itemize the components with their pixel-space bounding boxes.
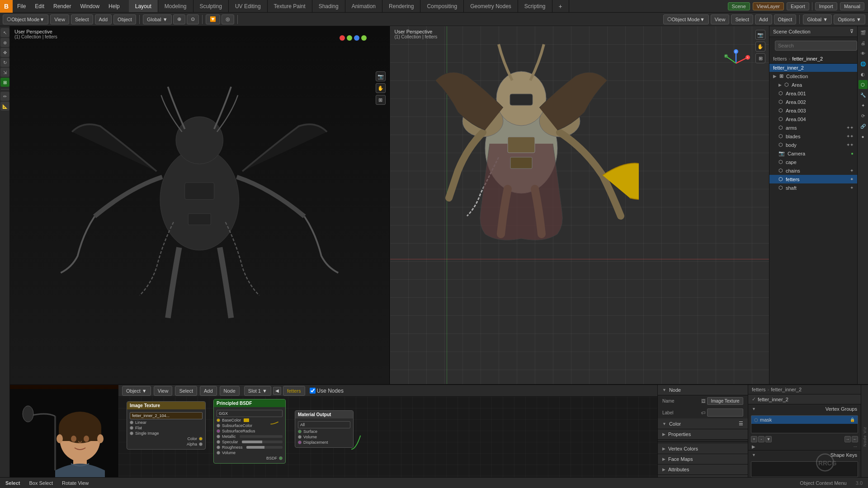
properties-section-header[interactable]: ▶ Properties (658, 429, 748, 440)
proportional-btn[interactable]: ◎ (222, 14, 234, 24)
view-btn-left[interactable]: View (50, 14, 69, 24)
node-slot-select[interactable]: Slot 1 ▼ (244, 386, 271, 396)
menu-render[interactable]: Render (49, 0, 75, 12)
tab-uv-editing[interactable]: UV Editing (229, 0, 268, 12)
sc-item-blades[interactable]: ⬡ blades ✦✦ (769, 132, 857, 141)
pbsdf-roughness-bar[interactable] (246, 446, 283, 449)
node-canvas[interactable]: Image Texture fetter_inner_2_104... Line… (118, 397, 657, 488)
color-section-menu[interactable]: ☰ (739, 421, 743, 427)
sc-item-area001[interactable]: ⬡ Area.001 (769, 89, 857, 98)
import-button[interactable]: ViewLayer (753, 2, 784, 10)
snap-btn[interactable]: 🔽 (206, 14, 220, 24)
status-box-select[interactable]: Box Select (29, 480, 53, 486)
global-btn-right[interactable]: Global ▼ (803, 14, 832, 24)
node-editor[interactable]: Object ▼ View Select Add Node Slot 1 ▼ ◀… (118, 385, 657, 488)
color-section-header[interactable]: ▼ Color ☰ (658, 418, 748, 429)
pivot-btn[interactable]: ⊙ (187, 14, 199, 24)
image-texture-node[interactable]: Image Texture fetter_inner_2_104... Line… (127, 401, 206, 450)
pbsdf-metallic-bar[interactable] (240, 435, 283, 438)
collection-icon-r[interactable]: ⊞ (755, 53, 765, 63)
node-label-value[interactable] (707, 408, 743, 417)
sc-item-area002[interactable]: ⬡ Area.002 (769, 98, 857, 106)
particles-props-icon[interactable]: ✦ (859, 101, 868, 110)
tab-animation[interactable]: Animation (345, 0, 382, 12)
object-btn-left[interactable]: Object (113, 14, 136, 24)
vg-more-btn[interactable]: ▼ (765, 436, 772, 442)
physics-props-icon[interactable]: ⟳ (859, 111, 868, 120)
add-btn-right[interactable]: Add (755, 14, 772, 24)
material-props-icon[interactable]: ● (859, 132, 868, 141)
object-btn-right[interactable]: Object (774, 14, 797, 24)
sc-item-area004[interactable]: ⬡ Area.004 (769, 115, 857, 123)
sc-item-area[interactable]: ▶ ⬡ Area (769, 80, 857, 89)
tab-texture-paint[interactable]: Texture Paint (268, 0, 312, 12)
vg-item-mask[interactable]: ⬡ mask 🔒 (751, 416, 858, 424)
mode-select-left[interactable]: ⬡ Object Mode ▼ (3, 14, 48, 24)
tab-add[interactable]: + (552, 0, 569, 12)
cursor-tool[interactable]: ⊕ (0, 38, 9, 47)
pbsdf-ggx[interactable]: GGX (217, 410, 283, 417)
pb-fetters[interactable]: fetters (752, 387, 766, 392)
mode-select-right[interactable]: ⬡ Object Mode ▼ (663, 14, 709, 24)
tab-scripting[interactable]: Scripting (518, 0, 552, 12)
sc-bread-fetters[interactable]: fetters (773, 56, 787, 61)
hand-icon-r[interactable]: ✋ (755, 42, 765, 52)
sc-filter-icon[interactable]: ⊽ (850, 28, 854, 34)
tab-shading[interactable]: Shading (312, 0, 345, 12)
sc-item-area003[interactable]: ⬡ Area.003 (769, 106, 857, 115)
status-rotate-view[interactable]: Rotate View (62, 480, 89, 486)
sc-search-input[interactable] (775, 41, 857, 51)
vertex-colors-section[interactable]: ▶ Vertex Colors (658, 444, 748, 454)
node-view-btn[interactable]: View (154, 386, 173, 396)
sc-item-fetters[interactable]: ⬡ fetters ✦ (769, 175, 857, 183)
options-btn[interactable]: Options ▼ (834, 14, 865, 24)
select-tool[interactable]: ↖ (0, 28, 9, 37)
attributes-section[interactable]: ▶ Attributes (658, 465, 748, 475)
use-nodes-checkbox[interactable] (310, 388, 316, 394)
right-viewport[interactable]: User Perspective (1) Collection | fetter… (390, 26, 769, 384)
view-props-icon[interactable]: 👁 (859, 49, 868, 58)
material-output-node[interactable]: Material Output All Surface V (295, 410, 354, 448)
render-props-icon[interactable]: 🎬 (859, 28, 868, 37)
select-btn-left[interactable]: Select (71, 14, 93, 24)
vg-remove-btn[interactable]: - (758, 436, 764, 442)
node-menu-btn[interactable]: Node (220, 386, 240, 396)
sc-item-shaft[interactable]: ⬡ shaft ✦ (769, 183, 857, 192)
scale-tool[interactable]: ⇲ (0, 68, 9, 77)
mat-out-all[interactable]: All (298, 421, 350, 428)
rotate-tool[interactable]: ↻ (0, 58, 9, 67)
camera-icon[interactable]: 📷 (376, 71, 386, 81)
sc-bread-inner[interactable]: fetter_inner_2 (792, 56, 823, 61)
viewport-gizmo[interactable]: Z X Y (722, 49, 751, 78)
tab-modeling[interactable]: Modeling (158, 0, 193, 12)
node-material-name[interactable]: fetters (283, 386, 305, 396)
tab-compositing[interactable]: Compositing (420, 0, 464, 12)
modifier-props-icon[interactable]: 🔧 (859, 90, 868, 99)
menu-edit[interactable]: Edit (30, 0, 49, 12)
tab-geometry-nodes[interactable]: Geometry Nodes (464, 0, 518, 12)
viewlayer-selector[interactable]: Manual (840, 2, 864, 10)
menu-help[interactable]: Help (104, 0, 124, 12)
sc-item-camera[interactable]: 📷 Camera ● (769, 149, 857, 158)
vg-section-header[interactable]: ▼ Vertex Groups (748, 404, 861, 413)
vg-select-btn[interactable]: ← (852, 436, 858, 442)
pbsdf-specular-bar[interactable] (242, 441, 283, 443)
export-button[interactable]: Scene (728, 2, 750, 10)
view-btn-right[interactable]: View (711, 14, 730, 24)
object-data-props-icon[interactable]: ⬡ (859, 80, 868, 89)
sc-item-chains[interactable]: ⬡ chains ✦ (769, 166, 857, 175)
menu-file[interactable]: File (13, 0, 30, 12)
tab-sculpting[interactable]: Sculpting (193, 0, 229, 12)
left-viewport[interactable]: User Perspective (1) Collection | fetter… (10, 26, 390, 384)
collection-icon[interactable]: ⊞ (376, 95, 386, 105)
tab-layout[interactable]: Layout (129, 0, 158, 12)
constraints-props-icon[interactable]: 🔗 (859, 122, 868, 131)
node-name-value[interactable]: Image Texture (707, 397, 743, 405)
hand-icon[interactable]: ✋ (376, 83, 386, 93)
sc-item-arms[interactable]: ⬡ arms ✦✦ (769, 123, 857, 132)
vg-expand-right[interactable]: ··· (854, 444, 857, 449)
face-maps-section[interactable]: ▶ Face Maps (658, 454, 748, 465)
manual-button[interactable]: Export (787, 2, 809, 10)
world-props-icon[interactable]: ◐ (859, 70, 868, 79)
tab-rendering[interactable]: Rendering (382, 0, 420, 12)
